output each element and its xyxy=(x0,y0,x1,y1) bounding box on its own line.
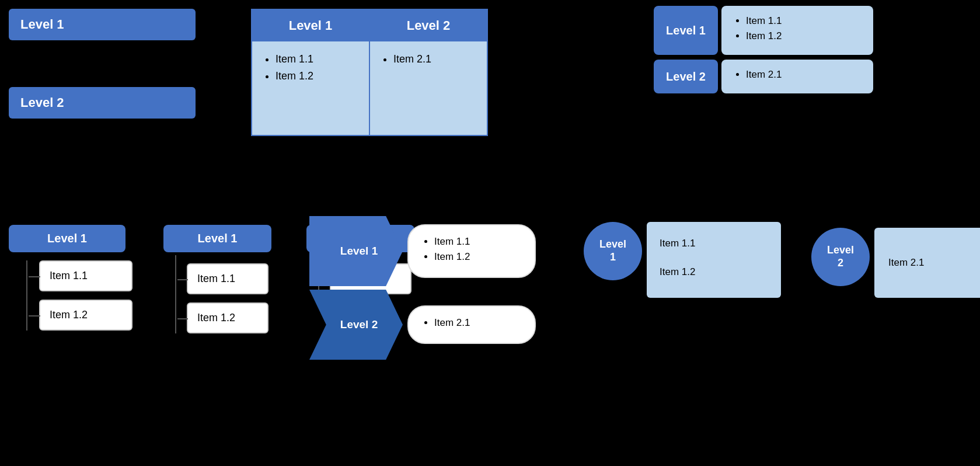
diag7-item1-1: Item 1.1 xyxy=(660,238,768,249)
diag2-col1: Level 1 Item 1.1 Item 1.2 xyxy=(252,10,369,135)
diag2-col1-item1: Item 1.1 xyxy=(275,53,357,65)
diag3-item2-1: Item 2.1 xyxy=(746,69,860,81)
diag6-chevron2: Level 2 xyxy=(309,290,403,360)
diag6-item2-1: Item 2.1 xyxy=(434,317,521,329)
diag3-content1: Item 1.1 Item 1.2 xyxy=(721,6,873,55)
diag2-col2-header: Level 2 xyxy=(370,10,487,41)
diag3-tab1: Level 1 xyxy=(654,6,718,55)
diag2-col2: Level 2 Item 2.1 xyxy=(370,10,487,135)
diag7-circle1: Level1 xyxy=(584,222,642,280)
diag3-tab2: Level 2 xyxy=(654,60,718,93)
diag1-level2: Level 2 xyxy=(9,87,196,119)
diag5-child1-1: Item 1.1 xyxy=(187,263,268,294)
diag2-col2-item1: Item 2.1 xyxy=(393,53,475,65)
diagram-1: Level 1 Level 2 xyxy=(9,9,196,124)
diag6-content1: Item 1.1 Item 1.2 xyxy=(407,224,536,278)
diag7-row1: Level1 Item 1.1 Item 1.2 xyxy=(584,222,781,298)
diag2-col1-body: Item 1.1 Item 1.2 xyxy=(252,41,369,135)
diag2-col1-header: Level 1 xyxy=(252,10,369,41)
diag6-content2: Item 2.1 xyxy=(407,305,536,344)
diag8-item: Item 2.1 xyxy=(888,257,924,269)
diag5-box1: Level 1 Item 1.1 Item 1.2 xyxy=(163,225,271,333)
diag7-content1: Item 1.1 Item 1.2 xyxy=(647,222,781,298)
diag6-item1-2: Item 1.2 xyxy=(434,251,521,263)
diag2-col2-body: Item 2.1 xyxy=(370,41,487,135)
diag8-circle: Level2 xyxy=(811,228,870,286)
diag6-chevron1: Level 1 xyxy=(309,216,403,286)
diag6-row2: Level 2 Item 2.1 xyxy=(309,290,536,360)
diag4-children: Item 1.1 Item 1.2 xyxy=(26,260,132,331)
diag3-content2: Item 2.1 xyxy=(721,60,873,93)
diagram-8: Level2 Item 2.1 xyxy=(811,228,980,298)
diag3-row1: Level 1 Item 1.1 Item 1.2 xyxy=(654,6,873,55)
diag3-item1-1: Item 1.1 xyxy=(746,15,860,27)
diag3-row2: Level 2 Item 2.1 xyxy=(654,60,873,93)
diagram-4: Level 1 Item 1.1 Item 1.2 xyxy=(9,225,132,331)
diag6-item1-1: Item 1.1 xyxy=(434,236,521,248)
diagram-7: Level1 Item 1.1 Item 1.2 xyxy=(584,222,781,298)
diag5-level1: Level 1 xyxy=(163,225,271,252)
diag4-level1: Level 1 xyxy=(9,225,125,252)
diag5-child1-2: Item 1.2 xyxy=(187,302,268,333)
diag1-level1: Level 1 xyxy=(9,9,196,40)
diagram-3: Level 1 Item 1.1 Item 1.2 Level 2 Item 2… xyxy=(654,6,873,93)
diagram-6: Level 1 Item 1.1 Item 1.2 Level 2 Item 2… xyxy=(309,216,536,360)
diag6-row1: Level 1 Item 1.1 Item 1.2 xyxy=(309,216,536,286)
diag3-item1-2: Item 1.2 xyxy=(746,30,860,42)
diag4-child1: Item 1.1 xyxy=(39,260,132,291)
diag4-child2: Item 1.2 xyxy=(39,300,132,331)
diag5-children1: Item 1.1 Item 1.2 xyxy=(175,255,271,333)
diagram-2: Level 1 Item 1.1 Item 1.2 Level 2 Item 2… xyxy=(251,9,488,136)
diag2-col1-item2: Item 1.2 xyxy=(275,70,357,82)
diag7-item1-2: Item 1.2 xyxy=(660,266,768,278)
diag8-content: Item 2.1 xyxy=(874,228,980,298)
